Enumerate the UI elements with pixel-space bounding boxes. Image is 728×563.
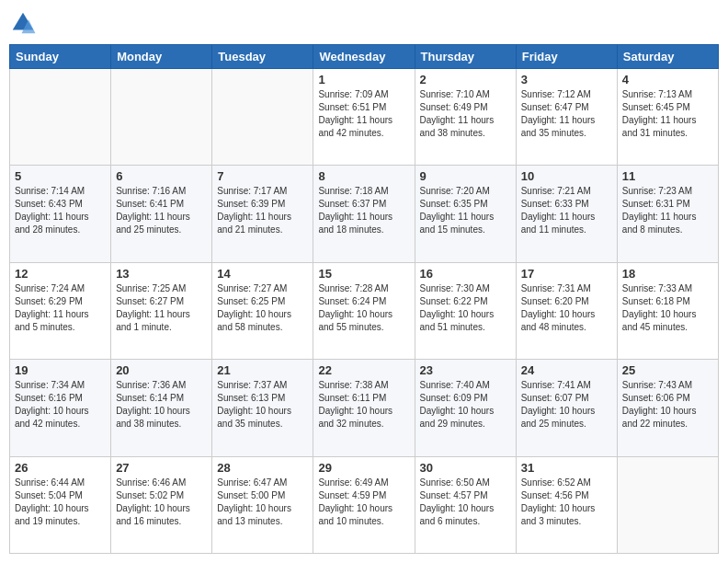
day-number: 29 [318, 461, 409, 475]
calendar-cell: 20Sunrise: 7:36 AM Sunset: 6:14 PM Dayli… [111, 360, 212, 456]
calendar-week-row: 19Sunrise: 7:34 AM Sunset: 6:16 PM Dayli… [10, 360, 719, 456]
calendar-cell: 16Sunrise: 7:30 AM Sunset: 6:22 PM Dayli… [415, 262, 516, 359]
day-number: 25 [622, 363, 713, 377]
day-number: 21 [217, 363, 308, 377]
calendar-week-row: 1Sunrise: 7:09 AM Sunset: 6:51 PM Daylig… [10, 69, 719, 166]
calendar-header-friday: Friday [516, 45, 617, 69]
calendar-cell: 11Sunrise: 7:23 AM Sunset: 6:31 PM Dayli… [617, 166, 718, 262]
day-info: Sunrise: 7:36 AM Sunset: 6:14 PM Dayligh… [116, 379, 207, 431]
day-number: 27 [116, 461, 207, 475]
day-info: Sunrise: 7:23 AM Sunset: 6:31 PM Dayligh… [622, 185, 713, 236]
day-number: 12 [15, 267, 106, 281]
day-info: Sunrise: 6:44 AM Sunset: 5:04 PM Dayligh… [15, 477, 106, 528]
calendar-cell: 22Sunrise: 7:38 AM Sunset: 6:11 PM Dayli… [313, 360, 415, 456]
day-info: Sunrise: 7:17 AM Sunset: 6:39 PM Dayligh… [217, 185, 308, 236]
calendar-cell: 6Sunrise: 7:16 AM Sunset: 6:41 PM Daylig… [111, 166, 212, 262]
calendar-cell: 25Sunrise: 7:43 AM Sunset: 6:06 PM Dayli… [617, 360, 718, 456]
calendar-cell: 26Sunrise: 6:44 AM Sunset: 5:04 PM Dayli… [10, 456, 111, 553]
calendar-cell: 24Sunrise: 7:41 AM Sunset: 6:07 PM Dayli… [516, 360, 617, 456]
day-number: 9 [420, 169, 511, 183]
day-info: Sunrise: 6:46 AM Sunset: 5:02 PM Dayligh… [116, 477, 207, 528]
day-number: 23 [420, 363, 511, 377]
day-number: 14 [217, 267, 308, 281]
day-number: 8 [318, 169, 409, 183]
day-number: 13 [116, 267, 207, 281]
day-info: Sunrise: 7:43 AM Sunset: 6:06 PM Dayligh… [622, 379, 713, 431]
day-info: Sunrise: 7:30 AM Sunset: 6:22 PM Dayligh… [420, 282, 511, 334]
day-number: 5 [15, 169, 106, 183]
calendar-cell: 17Sunrise: 7:31 AM Sunset: 6:20 PM Dayli… [516, 262, 617, 359]
day-number: 15 [318, 267, 409, 281]
calendar-cell [10, 69, 111, 166]
day-info: Sunrise: 7:25 AM Sunset: 6:27 PM Dayligh… [116, 282, 207, 334]
day-info: Sunrise: 7:14 AM Sunset: 6:43 PM Dayligh… [15, 185, 106, 236]
calendar-cell: 31Sunrise: 6:52 AM Sunset: 4:56 PM Dayli… [516, 456, 617, 553]
day-number: 18 [622, 267, 713, 281]
calendar-header-sunday: Sunday [10, 45, 111, 69]
day-info: Sunrise: 7:12 AM Sunset: 6:47 PM Dayligh… [521, 88, 612, 140]
day-number: 19 [15, 363, 106, 377]
calendar-header-monday: Monday [111, 45, 212, 69]
day-number: 7 [217, 169, 308, 183]
calendar-cell: 10Sunrise: 7:21 AM Sunset: 6:33 PM Dayli… [516, 166, 617, 262]
logo-icon [9, 9, 37, 37]
day-info: Sunrise: 7:21 AM Sunset: 6:33 PM Dayligh… [521, 185, 612, 236]
day-info: Sunrise: 7:34 AM Sunset: 6:16 PM Dayligh… [15, 379, 106, 431]
day-number: 28 [217, 461, 308, 475]
calendar-cell: 2Sunrise: 7:10 AM Sunset: 6:49 PM Daylig… [415, 69, 516, 166]
day-info: Sunrise: 7:13 AM Sunset: 6:45 PM Dayligh… [622, 88, 713, 140]
calendar-cell: 3Sunrise: 7:12 AM Sunset: 6:47 PM Daylig… [516, 69, 617, 166]
day-info: Sunrise: 7:27 AM Sunset: 6:25 PM Dayligh… [217, 282, 308, 334]
day-number: 4 [622, 73, 713, 86]
day-info: Sunrise: 6:47 AM Sunset: 5:00 PM Dayligh… [217, 477, 308, 528]
day-number: 22 [318, 363, 409, 377]
day-info: Sunrise: 6:52 AM Sunset: 4:56 PM Dayligh… [521, 477, 612, 528]
logo [9, 9, 40, 37]
calendar-cell: 19Sunrise: 7:34 AM Sunset: 6:16 PM Dayli… [10, 360, 111, 456]
calendar-cell: 15Sunrise: 7:28 AM Sunset: 6:24 PM Dayli… [313, 262, 415, 359]
day-info: Sunrise: 7:38 AM Sunset: 6:11 PM Dayligh… [318, 379, 409, 431]
calendar-week-row: 5Sunrise: 7:14 AM Sunset: 6:43 PM Daylig… [10, 166, 719, 262]
day-info: Sunrise: 7:40 AM Sunset: 6:09 PM Dayligh… [420, 379, 511, 431]
day-info: Sunrise: 7:09 AM Sunset: 6:51 PM Dayligh… [318, 88, 409, 140]
calendar-header-wednesday: Wednesday [313, 45, 415, 69]
calendar-cell: 14Sunrise: 7:27 AM Sunset: 6:25 PM Dayli… [212, 262, 313, 359]
calendar-cell: 5Sunrise: 7:14 AM Sunset: 6:43 PM Daylig… [10, 166, 111, 262]
calendar-table: SundayMondayTuesdayWednesdayThursdayFrid… [9, 44, 719, 554]
calendar-cell [212, 69, 313, 166]
day-info: Sunrise: 7:33 AM Sunset: 6:18 PM Dayligh… [622, 282, 713, 334]
calendar-week-row: 12Sunrise: 7:24 AM Sunset: 6:29 PM Dayli… [10, 262, 719, 359]
day-number: 1 [318, 73, 409, 86]
calendar-cell: 7Sunrise: 7:17 AM Sunset: 6:39 PM Daylig… [212, 166, 313, 262]
day-info: Sunrise: 6:50 AM Sunset: 4:57 PM Dayligh… [420, 477, 511, 528]
day-number: 10 [521, 169, 612, 183]
calendar-week-row: 26Sunrise: 6:44 AM Sunset: 5:04 PM Dayli… [10, 456, 719, 553]
calendar-cell: 21Sunrise: 7:37 AM Sunset: 6:13 PM Dayli… [212, 360, 313, 456]
day-number: 6 [116, 169, 207, 183]
calendar-cell [111, 69, 212, 166]
calendar-cell: 1Sunrise: 7:09 AM Sunset: 6:51 PM Daylig… [313, 69, 415, 166]
calendar-cell [617, 456, 718, 553]
calendar-cell: 12Sunrise: 7:24 AM Sunset: 6:29 PM Dayli… [10, 262, 111, 359]
day-info: Sunrise: 7:37 AM Sunset: 6:13 PM Dayligh… [217, 379, 308, 431]
day-number: 30 [420, 461, 511, 475]
calendar-header-tuesday: Tuesday [212, 45, 313, 69]
day-number: 3 [521, 73, 612, 86]
day-number: 11 [622, 169, 713, 183]
calendar-cell: 28Sunrise: 6:47 AM Sunset: 5:00 PM Dayli… [212, 456, 313, 553]
day-info: Sunrise: 7:20 AM Sunset: 6:35 PM Dayligh… [420, 185, 511, 236]
calendar-cell: 8Sunrise: 7:18 AM Sunset: 6:37 PM Daylig… [313, 166, 415, 262]
day-info: Sunrise: 7:31 AM Sunset: 6:20 PM Dayligh… [521, 282, 612, 334]
calendar-header-thursday: Thursday [415, 45, 516, 69]
page-container: SundayMondayTuesdayWednesdayThursdayFrid… [0, 0, 728, 563]
day-info: Sunrise: 7:18 AM Sunset: 6:37 PM Dayligh… [318, 185, 409, 236]
day-info: Sunrise: 7:41 AM Sunset: 6:07 PM Dayligh… [521, 379, 612, 431]
day-number: 24 [521, 363, 612, 377]
calendar-cell: 30Sunrise: 6:50 AM Sunset: 4:57 PM Dayli… [415, 456, 516, 553]
calendar-cell: 9Sunrise: 7:20 AM Sunset: 6:35 PM Daylig… [415, 166, 516, 262]
calendar-cell: 23Sunrise: 7:40 AM Sunset: 6:09 PM Dayli… [415, 360, 516, 456]
calendar-cell: 13Sunrise: 7:25 AM Sunset: 6:27 PM Dayli… [111, 262, 212, 359]
calendar-header-saturday: Saturday [617, 45, 718, 69]
calendar-cell: 29Sunrise: 6:49 AM Sunset: 4:59 PM Dayli… [313, 456, 415, 553]
calendar-cell: 18Sunrise: 7:33 AM Sunset: 6:18 PM Dayli… [617, 262, 718, 359]
